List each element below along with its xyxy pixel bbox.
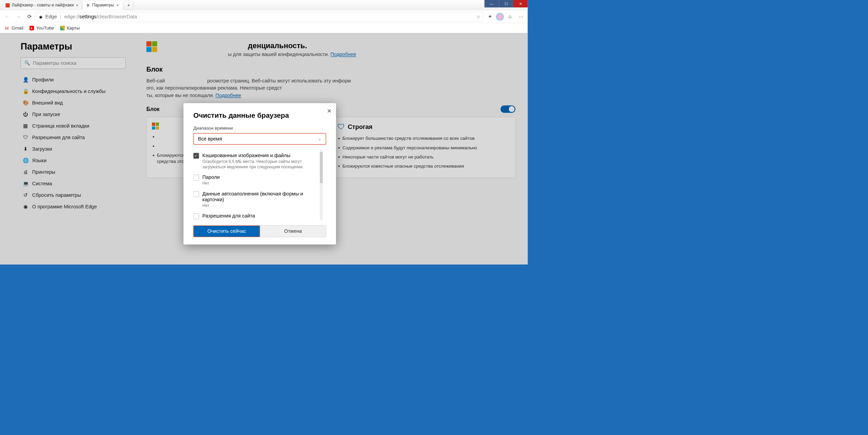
bookmark-youtube[interactable]: ▶YouTube xyxy=(29,25,54,31)
favicon-icon xyxy=(5,3,9,7)
scrollbar[interactable] xyxy=(320,150,323,220)
favorites-icon[interactable]: ✦ xyxy=(485,12,494,21)
bookmark-gmail[interactable]: MGmail xyxy=(5,25,23,31)
maximize-button[interactable]: ☐ xyxy=(499,0,513,7)
close-icon[interactable]: × xyxy=(76,3,79,8)
clear-now-button[interactable]: Очистить сейчас xyxy=(193,226,260,237)
minimize-button[interactable]: — xyxy=(485,0,499,7)
toolbar: ← → ⟳ ◉ Edge | edge://settings/clearBrow… xyxy=(0,10,528,23)
avatar[interactable] xyxy=(496,13,504,20)
check-sub: 1 сайт xyxy=(202,219,255,220)
tab-settings[interactable]: ⚙ Параметры × xyxy=(82,0,122,10)
back-button[interactable]: ← xyxy=(2,12,12,21)
check-item[interactable]: Данные автозаполнения (включая формы и к… xyxy=(193,188,323,211)
checkbox[interactable] xyxy=(193,175,199,181)
range-label: Диапазон времени xyxy=(193,126,326,131)
browser-window: Лайфхакер - советы и лайфхаки × ⚙ Параме… xyxy=(0,0,528,264)
tabs-area: Лайфхакер - советы и лайфхаки × ⚙ Параме… xyxy=(0,0,134,10)
chevron-down-icon: ⌄ xyxy=(318,136,321,141)
more-icon[interactable]: ⋯ xyxy=(516,12,525,21)
gmail-icon: M xyxy=(5,26,9,30)
window-controls: — ☐ ✕ xyxy=(485,0,528,7)
check-title: Разрешения для сайта xyxy=(202,213,255,219)
check-item[interactable]: Разрешения для сайта1 сайт xyxy=(193,211,323,220)
address-text: Edge | edge://settings/clearBrowserData xyxy=(45,14,137,19)
bookmarks-bar: MGmail ▶YouTube Карты xyxy=(0,23,528,33)
check-title: Пароли xyxy=(202,174,220,180)
tab-title: Параметры xyxy=(92,3,114,8)
time-range-select[interactable]: Все время ⌄ xyxy=(193,133,326,145)
content: Параметры 🔍 Параметры поиска 👤Профили🔒Ко… xyxy=(0,33,528,264)
edge-icon: ◉ xyxy=(39,14,42,19)
checklist: ✓Кэшированные изображения и файлыОсвобод… xyxy=(193,150,326,220)
gear-icon: ⚙ xyxy=(86,3,90,7)
cancel-button[interactable]: Отмена xyxy=(260,226,326,237)
bookmark-maps[interactable]: Карты xyxy=(60,25,80,31)
check-title: Кэшированные изображения и файлы xyxy=(202,152,323,158)
checkbox[interactable] xyxy=(193,213,199,219)
checkbox[interactable]: ✓ xyxy=(193,153,199,159)
check-sub: Нет xyxy=(202,181,220,186)
tab-lifehacker[interactable]: Лайфхакер - советы и лайфхаки × xyxy=(2,0,82,10)
maps-icon xyxy=(60,26,64,30)
refresh-button[interactable]: ⟳ xyxy=(25,12,34,21)
youtube-icon: ▶ xyxy=(29,26,34,30)
select-value: Все время xyxy=(198,136,222,142)
close-button[interactable]: ✕ xyxy=(513,0,528,7)
close-icon[interactable]: × xyxy=(116,3,119,8)
check-title: Данные автозаполнения (включая формы и к… xyxy=(202,191,323,202)
dialog-buttons: Очистить сейчас Отмена xyxy=(193,226,326,237)
addressbar[interactable]: ◉ Edge | edge://settings/clearBrowserDat… xyxy=(36,12,484,21)
tab-title: Лайфхакер - советы и лайфхаки xyxy=(12,3,74,8)
new-tab-button[interactable]: + xyxy=(124,1,134,10)
checkbox[interactable] xyxy=(193,191,199,197)
close-icon[interactable]: ✕ xyxy=(327,108,332,114)
favorite-icon[interactable]: ☆ xyxy=(476,14,480,19)
dialog-title: Очистить данные браузера xyxy=(193,111,326,119)
check-item[interactable]: ПаролиНет xyxy=(193,172,323,188)
check-sub: Нет xyxy=(202,203,323,208)
smiley-icon[interactable]: ☺ xyxy=(506,12,515,21)
check-sub: Освободится 6,5 МБ места. Некоторые сайт… xyxy=(202,159,323,170)
titlebar: Лайфхакер - советы и лайфхаки × ⚙ Параме… xyxy=(0,0,528,10)
forward-button[interactable]: → xyxy=(14,12,23,21)
clear-data-dialog: ✕ Очистить данные браузера Диапазон врем… xyxy=(183,103,336,244)
check-item[interactable]: ✓Кэшированные изображения и файлыОсвобод… xyxy=(193,150,323,172)
